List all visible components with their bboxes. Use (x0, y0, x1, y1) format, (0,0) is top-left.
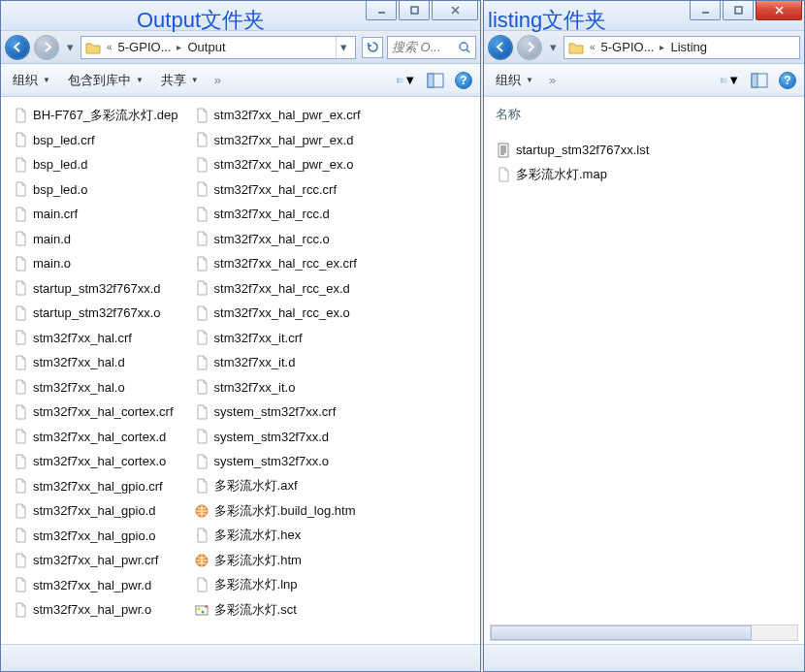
file-item[interactable]: stm32f7xx_it.crf (192, 326, 363, 351)
file-item[interactable]: stm32f7xx_hal_rcc_ex.d (192, 276, 363, 302)
file-item[interactable]: startup_stm32f767xx.lst (494, 138, 794, 163)
file-item[interactable]: stm32f7xx_hal_pwr_ex.d (192, 128, 363, 153)
file-item[interactable]: 多彩流水灯.htm (192, 548, 363, 573)
file-item[interactable]: stm32f7xx_hal.crf (11, 326, 180, 351)
refresh-button[interactable] (362, 37, 383, 58)
back-button[interactable] (488, 35, 513, 60)
file-item[interactable]: stm32f7xx_hal_pwr.d (11, 573, 180, 598)
file-item[interactable]: stm32f7xx_hal_cortex.d (11, 425, 180, 450)
chevron-right-icon[interactable]: ▸ (658, 42, 666, 52)
file-item[interactable]: 多彩流水灯.build_log.htm (192, 498, 363, 524)
file-icon (194, 553, 209, 568)
file-item[interactable]: stm32f7xx_hal.d (11, 350, 180, 375)
file-pane[interactable]: 名称 startup_stm32f767xx.lst多彩流水灯.map (484, 97, 804, 644)
scrollbar-horizontal[interactable] (490, 624, 798, 641)
file-name: bsp_led.crf (33, 133, 95, 147)
share-button[interactable]: 共享▼ (157, 69, 203, 92)
scrollbar-thumb[interactable] (491, 625, 752, 640)
file-item[interactable]: system_stm32f7xx.d (192, 425, 363, 450)
file-item[interactable]: stm32f7xx_hal_rcc.crf (192, 177, 363, 203)
search-icon (458, 41, 471, 54)
file-icon (194, 231, 209, 246)
file-item[interactable]: stm32f7xx_hal_rcc.d (192, 202, 363, 227)
file-item[interactable]: stm32f7xx_hal.o (11, 375, 180, 400)
breadcrumb-current[interactable]: Listing (670, 40, 707, 54)
file-item[interactable]: main.crf (11, 202, 180, 227)
file-item[interactable]: main.o (11, 251, 180, 276)
minimize-button[interactable] (366, 1, 397, 20)
chevron-icon[interactable]: « (588, 42, 597, 52)
view-button[interactable]: ▼ (397, 71, 416, 90)
maximize-button[interactable] (723, 1, 754, 20)
pane-button[interactable] (750, 71, 769, 90)
file-item[interactable]: startup_stm32f767xx.d (11, 276, 180, 302)
file-item[interactable]: stm32f7xx_hal_rcc.o (192, 227, 363, 252)
file-item[interactable]: BH-F767_多彩流水灯.dep (11, 103, 180, 128)
toolbar-overflow[interactable]: » (547, 73, 558, 87)
file-item[interactable]: stm32f7xx_hal_pwr.o (11, 597, 180, 623)
file-item[interactable]: bsp_led.d (11, 152, 180, 177)
maximize-button[interactable] (399, 1, 430, 20)
back-button[interactable] (5, 35, 30, 60)
svg-rect-7 (399, 81, 403, 82)
file-item[interactable]: stm32f7xx_it.o (192, 375, 363, 400)
titlebar[interactable] (1, 1, 480, 31)
close-button[interactable] (756, 1, 802, 20)
organize-button[interactable]: 组织▼ (9, 69, 54, 92)
help-button[interactable]: ? (455, 72, 472, 89)
include-button[interactable]: 包含到库中▼ (64, 69, 147, 92)
nav-history-dropdown[interactable]: ▾ (63, 38, 77, 57)
breadcrumb-current[interactable]: Output (187, 40, 225, 54)
help-button[interactable]: ? (779, 72, 796, 89)
file-item[interactable]: stm32f7xx_hal_cortex.o (11, 449, 180, 474)
file-item[interactable]: stm32f7xx_hal_cortex.crf (11, 400, 180, 425)
pane-button[interactable] (426, 71, 445, 90)
close-button[interactable] (432, 1, 478, 20)
file-item[interactable]: system_stm32f7xx.crf (192, 400, 363, 425)
organize-button[interactable]: 组织▼ (492, 69, 537, 92)
file-item[interactable]: 多彩流水灯.lnp (192, 573, 363, 598)
address-bar[interactable]: « 5-GPIO... ▸ Listing (564, 36, 800, 59)
chevron-icon[interactable]: « (105, 42, 114, 52)
file-item[interactable]: 多彩流水灯.map (494, 163, 794, 188)
file-item[interactable]: 多彩流水灯.hex (192, 524, 363, 549)
file-item[interactable]: stm32f7xx_hal_rcc_ex.o (192, 301, 363, 326)
minimize-button[interactable] (690, 1, 721, 20)
file-icon (13, 503, 28, 519)
nav-history-dropdown[interactable]: ▾ (546, 38, 560, 57)
file-name: stm32f7xx_it.d (214, 355, 296, 369)
file-item[interactable]: stm32f7xx_hal_pwr_ex.crf (192, 103, 363, 128)
file-item[interactable]: stm32f7xx_hal_gpio.d (11, 498, 180, 524)
file-item[interactable]: bsp_led.o (11, 177, 180, 203)
file-item[interactable]: stm32f7xx_hal_gpio.o (11, 524, 180, 549)
file-item[interactable]: stm32f7xx_hal_gpio.crf (11, 474, 180, 499)
titlebar[interactable] (484, 1, 804, 31)
file-item[interactable]: 多彩流水灯.sct (192, 597, 363, 623)
search-input[interactable]: 搜索 O... (387, 36, 476, 59)
forward-button[interactable] (517, 35, 542, 60)
svg-point-13 (197, 607, 200, 610)
file-name: BH-F767_多彩流水灯.dep (33, 107, 178, 124)
svg-point-1 (460, 43, 467, 50)
address-bar[interactable]: « 5-GPIO... ▸ Output ▾ (80, 36, 356, 59)
breadcrumb[interactable]: 5-GPIO... (118, 40, 172, 54)
file-item[interactable]: system_stm32f7xx.o (192, 449, 363, 474)
file-item[interactable]: stm32f7xx_hal_pwr.crf (11, 548, 180, 573)
file-item[interactable]: 多彩流水灯.axf (192, 474, 363, 499)
file-name: main.d (33, 232, 71, 246)
column-header-name[interactable]: 名称 (494, 103, 794, 132)
file-item[interactable]: startup_stm32f767xx.o (11, 301, 180, 326)
breadcrumb[interactable]: 5-GPIO... (601, 40, 655, 54)
chevron-right-icon[interactable]: ▸ (175, 42, 183, 52)
file-item[interactable]: main.d (11, 227, 180, 252)
file-item[interactable]: stm32f7xx_hal_rcc_ex.crf (192, 251, 363, 276)
file-name: stm32f7xx_hal_rcc_ex.crf (214, 256, 357, 271)
address-dropdown[interactable]: ▾ (336, 37, 351, 58)
forward-button[interactable] (34, 35, 59, 60)
file-item[interactable]: stm32f7xx_hal_pwr_ex.o (192, 152, 363, 177)
file-item[interactable]: bsp_led.crf (11, 128, 180, 153)
view-button[interactable]: ▼ (721, 71, 740, 90)
toolbar-overflow[interactable]: » (212, 73, 223, 87)
file-pane[interactable]: BH-F767_多彩流水灯.depbsp_led.crfbsp_led.dbsp… (1, 97, 480, 644)
file-item[interactable]: stm32f7xx_it.d (192, 350, 363, 375)
